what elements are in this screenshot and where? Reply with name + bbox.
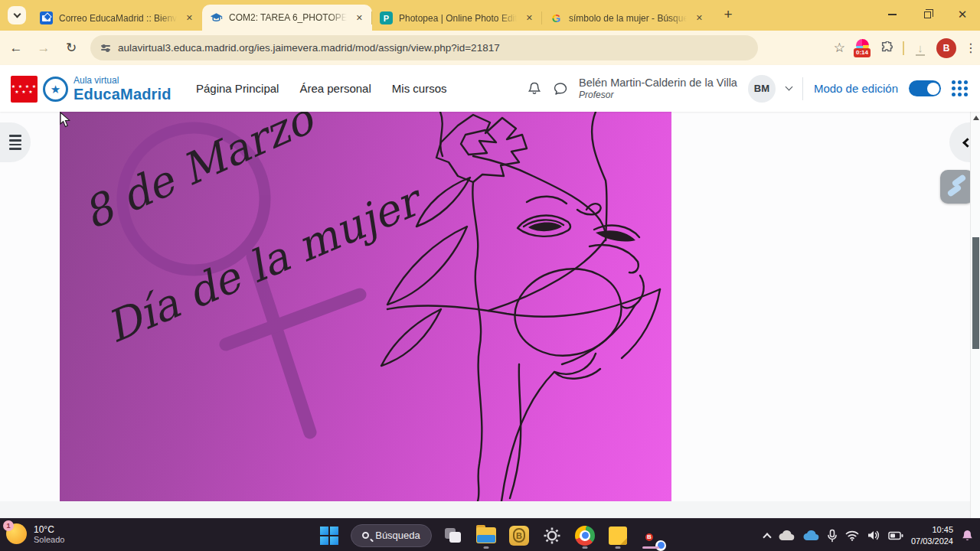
onedrive-personal-cloud-icon[interactable]: [778, 530, 795, 542]
restore-icon: [924, 11, 931, 18]
window-restore-button[interactable]: [910, 0, 945, 29]
moodle-cap-icon: [210, 11, 223, 24]
close-icon[interactable]: ✕: [353, 11, 366, 24]
tab-search-button[interactable]: [8, 6, 26, 24]
running-indicator: [616, 546, 621, 549]
browser-tabstrip: Correo EducaMadrid :: Bienven ✕ COM2: TA…: [0, 0, 980, 31]
onedrive-business-cloud-icon[interactable]: [802, 530, 819, 542]
messages-icon[interactable]: [553, 81, 568, 96]
tab-title: Photopea | Online Photo Editor: [399, 13, 517, 24]
notifications-bell-icon[interactable]: [961, 529, 974, 543]
user-name-block: Belén Martin-Calderin de la Villa Profes…: [579, 77, 737, 101]
download-icon[interactable]: ↓: [913, 41, 928, 54]
taskbar-search[interactable]: Búsqueda: [351, 524, 432, 547]
brand-line2: EducaMadrid: [74, 86, 172, 103]
mail-icon: [40, 11, 53, 24]
timer-extension-icon[interactable]: 0:14: [854, 39, 872, 57]
screen: Correo EducaMadrid :: Bienven ✕ COM2: TA…: [0, 0, 980, 551]
user-avatar[interactable]: BM: [748, 75, 776, 103]
bookmark-star-icon[interactable]: ☆: [834, 40, 845, 56]
speaker-icon[interactable]: [867, 530, 880, 541]
taskbar-clock[interactable]: 10:45 07/03/2024: [911, 524, 953, 546]
windows-taskbar: 1 10°C Soleado Búsqueda B: [0, 518, 980, 551]
extensions-puzzle-icon[interactable]: [880, 41, 894, 55]
chrome-profile-button[interactable]: B: [639, 522, 662, 549]
womens-day-poster-image: 8 de Marzo Día de la mujer: [60, 112, 671, 501]
nav-pagina-principal[interactable]: Página Principal: [196, 82, 279, 95]
window-close-button[interactable]: ✕: [945, 0, 980, 29]
notification-bell-icon[interactable]: [527, 81, 542, 96]
weather-condition: Soleado: [34, 535, 64, 544]
page-content: 8 de Marzo Día de la mujer: [0, 112, 980, 518]
address-bar[interactable]: aulavirtual3.educa.madrid.org/ies.jaimev…: [90, 35, 758, 60]
timer-badge: 0:14: [854, 48, 871, 57]
weather-temp: 10°C: [34, 524, 64, 535]
sun-icon: 1: [6, 523, 27, 544]
weather-widget[interactable]: 1 10°C Soleado: [6, 523, 64, 544]
search-label: Búsqueda: [375, 530, 420, 541]
window-minimize-button[interactable]: [874, 0, 910, 29]
page-scrollbar[interactable]: [970, 112, 980, 518]
tray-overflow-chevron-icon[interactable]: [763, 533, 771, 541]
wifi-icon[interactable]: [845, 530, 859, 541]
reload-button[interactable]: ↻: [60, 37, 83, 60]
brand-line1: Aula virtual: [74, 75, 172, 86]
scrollbar-up-arrow[interactable]: [973, 116, 979, 120]
microphone-icon[interactable]: [827, 529, 838, 543]
minimize-icon: [888, 14, 897, 15]
chrome-profile-badge: B: [644, 532, 655, 543]
new-tab-button[interactable]: +: [718, 5, 738, 24]
browser-profile-avatar[interactable]: B: [936, 38, 956, 58]
back-button[interactable]: ←: [5, 37, 28, 60]
educamadrid-brand[interactable]: ★ ★ ★ ★★ ★ ★ ★ Aula virtual EducaMadrid: [11, 75, 172, 103]
google-icon: G: [550, 11, 563, 24]
tab-moodle-active[interactable]: COM2: TAREA 6_PHOTOPEA_FO ✕: [202, 5, 372, 31]
system-tray: 10:45 07/03/2024: [764, 519, 974, 551]
file-explorer-icon: [476, 527, 496, 543]
site-info-icon[interactable]: [101, 45, 110, 51]
educamadrid-logo-icon: ★: [43, 77, 68, 102]
chrome-icon: [575, 526, 595, 546]
chrome-button[interactable]: [573, 522, 596, 549]
course-index-toggle[interactable]: [0, 122, 31, 162]
nav-mis-cursos[interactable]: Mis cursos: [392, 82, 447, 95]
mouse-cursor: [60, 112, 70, 128]
sticky-notes-button[interactable]: [606, 522, 629, 549]
close-icon[interactable]: ✕: [523, 11, 536, 24]
content-bottom-strip: [0, 501, 970, 518]
close-icon[interactable]: ✕: [183, 11, 196, 24]
nav-area-personal[interactable]: Área personal: [299, 82, 371, 95]
tab-photopea[interactable]: P Photopea | Online Photo Editor ✕: [372, 5, 542, 31]
user-role: Profesor: [579, 90, 737, 100]
browser-menu-icon[interactable]: ⋮: [965, 41, 974, 55]
apps-grid-icon[interactable]: [952, 80, 968, 96]
course-index-icon: [9, 135, 21, 149]
tab-title: COM2: TAREA 6_PHOTOPEA_FO: [229, 12, 347, 23]
forward-button[interactable]: →: [32, 37, 55, 60]
clock-time: 10:45: [911, 524, 953, 535]
task-view-button[interactable]: [442, 522, 465, 549]
file-explorer-button[interactable]: [475, 522, 498, 549]
running-indicator: [484, 546, 489, 549]
tab-mail[interactable]: Correo EducaMadrid :: Bienven ✕: [32, 5, 202, 31]
chevron-down-icon: [13, 11, 21, 18]
weather-badge: 1: [3, 520, 14, 531]
edit-mode-label: Modo de edición: [814, 82, 898, 95]
browser-toolbar: ← → ↻ aulavirtual3.educa.madrid.org/ies.…: [0, 31, 980, 65]
tab-title: símbolo de la mujer - Búsqued: [569, 13, 687, 24]
moodle-nav: Página Principal Área personal Mis curso…: [196, 65, 447, 112]
start-button[interactable]: [318, 522, 341, 549]
battery-icon[interactable]: [888, 531, 903, 540]
tab-google-search[interactable]: G símbolo de la mujer - Búsqued ✕: [542, 5, 712, 31]
settings-button[interactable]: [541, 522, 564, 549]
edit-mode-toggle[interactable]: [909, 80, 941, 96]
toolbar-divider: [903, 41, 904, 55]
close-icon[interactable]: ✕: [693, 11, 706, 24]
user-menu-chevron-icon[interactable]: [785, 83, 792, 91]
running-indicator: [583, 546, 588, 549]
screen-capture-extension-button[interactable]: [940, 170, 974, 204]
photopea-icon: P: [380, 11, 393, 24]
moodle-header: ★ ★ ★ ★★ ★ ★ ★ Aula virtual EducaMadrid …: [0, 65, 980, 112]
scrollbar-thumb[interactable]: [972, 237, 979, 349]
b-app-button[interactable]: B: [508, 522, 531, 549]
